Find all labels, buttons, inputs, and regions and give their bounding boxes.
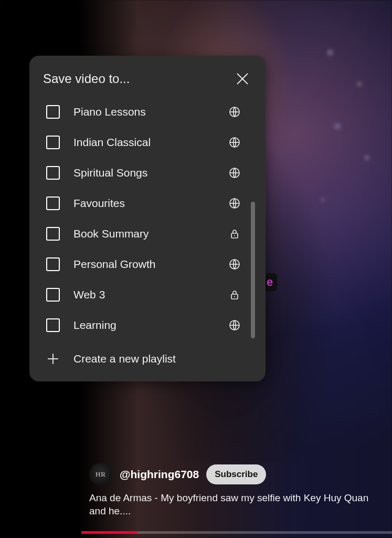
globe-icon	[228, 136, 241, 149]
playlist-checkbox[interactable]	[46, 318, 60, 332]
globe-icon	[228, 105, 241, 119]
playlist-name: Book Summary	[73, 227, 214, 240]
scrollbar[interactable]	[251, 202, 255, 338]
playlist-checkbox[interactable]	[46, 166, 60, 180]
playlist-item[interactable]: Learning	[43, 310, 245, 340]
progress-bar[interactable]	[81, 531, 392, 534]
channel-row: HR @highring6708 Subscribe	[89, 463, 382, 486]
progress-fill	[81, 531, 137, 534]
video-title: Ana de Armas - My boyfriend saw my selfi…	[89, 491, 382, 518]
close-button[interactable]	[233, 69, 252, 88]
playlist-checkbox[interactable]	[46, 227, 60, 241]
playlist-item[interactable]: Favourites	[43, 188, 245, 219]
create-playlist-label: Create a new playlist	[73, 353, 176, 365]
save-to-playlist-dialog: Save video to... Piano LessonsIndian Cla…	[29, 56, 266, 381]
playlist-item[interactable]: Personal Growth	[43, 249, 245, 280]
playlist-name: Indian Classical	[73, 136, 214, 149]
playlist-item[interactable]: Piano Lessons	[43, 97, 245, 127]
playlist-checkbox[interactable]	[46, 288, 60, 302]
playlist-checkbox[interactable]	[46, 136, 60, 149]
playlist-checkbox[interactable]	[46, 257, 60, 271]
create-playlist-button[interactable]: Create a new playlist	[43, 340, 252, 372]
globe-icon	[228, 196, 241, 210]
close-icon	[235, 71, 250, 87]
video-bokeh	[308, 32, 382, 242]
subscribe-button[interactable]: Subscribe	[206, 464, 266, 484]
playlist-name: Favourites	[73, 197, 214, 210]
globe-icon	[228, 257, 241, 271]
dialog-header: Save video to...	[43, 69, 252, 88]
lock-icon	[228, 288, 241, 302]
playlist-item[interactable]: Web 3	[43, 280, 245, 310]
playlist-item[interactable]: Book Summary	[43, 219, 245, 249]
playlist-name: Web 3	[73, 288, 214, 301]
channel-handle[interactable]: @highring6708	[120, 468, 199, 481]
playlist-list: Piano LessonsIndian ClassicalSpiritual S…	[43, 97, 252, 340]
globe-icon	[228, 318, 241, 332]
playlist-name: Learning	[73, 319, 214, 332]
dialog-title: Save video to...	[43, 71, 130, 86]
playlist-item[interactable]: Spiritual Songs	[43, 158, 245, 188]
playlist-checkbox[interactable]	[46, 105, 60, 119]
playlist-checkbox[interactable]	[46, 196, 60, 210]
scrollbar-thumb[interactable]	[251, 202, 255, 338]
plus-icon	[46, 352, 60, 366]
playlist-item[interactable]: Indian Classical	[43, 127, 245, 158]
video-meta: HR @highring6708 Subscribe Ana de Armas …	[89, 463, 382, 518]
playlist-name: Spiritual Songs	[73, 167, 214, 179]
playlist-name: Piano Lessons	[73, 106, 214, 118]
lock-icon	[228, 227, 241, 241]
globe-icon	[228, 166, 241, 180]
channel-avatar[interactable]: HR	[89, 463, 112, 486]
playlist-name: Personal Growth	[73, 258, 214, 271]
